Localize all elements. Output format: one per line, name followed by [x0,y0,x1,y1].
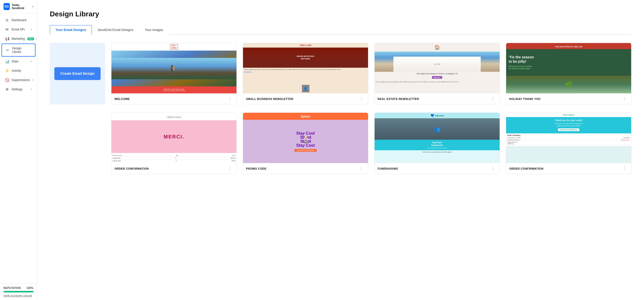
tabs-row: Your Email Designs SendGrid Email Design… [50,25,631,35]
design-info: ORDER CONFIRMATION ⋮ [506,163,631,174]
sidebar-item-activity[interactable]: ⚡ Activity [2,66,35,75]
thumbnail-footer: Welcome to the family. {{insertcustomers… [111,86,236,93]
design-name: HOLIDAY THANK YOU [509,97,541,100]
activity-icon: ⚡ [5,69,9,73]
design-thumbnail-promo: Sploot Stay Cool St🐶ol St🎧ol Stay Cool G… [243,113,368,163]
marketing-icon: 📢 [5,37,9,41]
sidebar-item-design-library[interactable]: ✂ Design Library [2,44,35,57]
thumbnail-hero: 🧗 [111,51,236,86]
sidebar-item-stats[interactable]: 📊 Stats ▾ [2,57,35,66]
design-info: PROMO CODE ⋮ [243,163,368,174]
sidebar-item-label: Dashboard [12,18,26,22]
design-name: PROMO CODE [246,167,266,170]
chevron-down-icon: ▾ [32,79,34,81]
design-info: ORDER CONFIRMATION ⋮ [111,163,236,174]
sidebar-nav: ⊙ Dashboard ✉ Email API ▾ 📢 Marketing NE… [0,13,37,283]
more-options-button[interactable]: ⋮ [490,96,497,102]
brand-name: Twilio SendGrid [12,4,30,10]
sidebar-item-dashboard[interactable]: ⊙ Dashboard [2,16,35,25]
design-name: ORDER CONFIRMATION [114,167,149,170]
sidebar-item-label: Email API [12,28,25,31]
design-card-welcome[interactable]: OFFGRID 🧗 Welcome to the family. {{inser… [111,43,237,104]
design-info: FUNDRAISING ⋮ [375,163,500,174]
thumbnail-header: OFFGRID [111,43,236,51]
design-thumbnail-order1: MERCI. brand MERCI. Product nameqtyprice… [111,113,236,163]
design-name: FUNDRAISING [378,167,398,170]
sidebar-item-label: Stats [12,60,18,63]
design-card-real-estate-newsletter[interactable]: 🏠 SU CASA See today's new listings for V… [374,43,500,104]
chevron-down-icon: ▾ [31,60,32,63]
sidebar-item-marketing[interactable]: 📢 Marketing NEW ▾ [2,34,35,43]
more-options-button[interactable]: ⋮ [621,96,628,102]
brand[interactable]: SG Twilio SendGrid ▾ [0,0,37,13]
new-badge: NEW [27,38,34,40]
create-email-design-card[interactable]: Create Email Design [50,43,105,104]
tab-sendgrid-email-designs[interactable]: SendGrid Email Designs [92,25,139,35]
more-options-button[interactable]: ⋮ [226,166,233,171]
chevron-down-icon: ▾ [31,28,32,31]
more-options-button[interactable]: ⋮ [358,166,365,171]
sidebar-footer: REPUTATION 100% VIEW ACCOUNT USAGE [0,283,37,300]
more-options-button[interactable]: ⋮ [358,96,365,102]
designs-grid-row1: Create Email Design OFFGRID 🧗 [50,43,631,104]
tab-your-email-designs[interactable]: Your Email Designs [50,25,92,35]
design-card-promo-code[interactable]: Sploot Stay Cool St🐶ol St🎧ol Stay Cool G… [243,113,368,174]
design-thumbnail-welcome: OFFGRID 🧗 Welcome to the family. {{inser… [111,43,236,93]
design-thumbnail-fundraising: 💙 big heart 👥 big heartbackpacks the tha… [375,113,500,163]
tab-your-images[interactable]: Your Images [139,25,169,35]
design-info: WELCOME ⋮ [111,93,236,104]
reputation-bar [4,291,33,292]
more-options-button[interactable]: ⋮ [490,166,497,171]
design-info: REAL ESTATE NEWSLETTER ⋮ [375,93,500,104]
sidebar-item-email-api[interactable]: ✉ Email API ▾ [2,25,35,34]
design-name: REAL ESTATE NEWSLETTER [378,97,419,100]
chevron-down-icon: ▾ [31,88,32,91]
design-card-small-business-newsletter[interactable]: Phil's Café BRAIN BOOSTING INSTAMIX [243,43,368,104]
design-thumbnail-order2: Doe's Book Thank you for your order! Now… [506,113,631,163]
design-thumbnail-realestate: 🏠 SU CASA See today's new listings for V… [375,43,500,93]
reputation-label: REPUTATION 100% [4,287,33,289]
sidebar: SG Twilio SendGrid ▾ ⊙ Dashboard ✉ Email… [0,0,37,300]
sidebar-item-label: Activity [12,69,21,72]
reputation-fill [4,291,33,292]
page-title: Design Library [50,10,631,18]
sidebar-item-label: Suppressions [12,78,30,82]
design-info: HOLIDAY THANK YOU ⋮ [506,93,631,104]
design-name: ORDER CONFIRMATION [509,167,544,170]
stats-icon: 📊 [5,59,9,63]
more-options-button[interactable]: ⋮ [621,166,628,171]
email-api-icon: ✉ [5,27,9,31]
empty-spacer [50,113,105,174]
brand-chevron-icon: ▾ [32,5,33,8]
suppressions-icon: 🚫 [5,78,9,82]
design-card-holiday-thank-you[interactable]: THE LAW OFFICE OF LEES LAW 'Tis the seas… [506,43,631,104]
sidebar-item-suppressions[interactable]: 🚫 Suppressions ▾ [2,76,35,85]
design-info: SMALL BUSINESS NEWSLETTER ⋮ [243,93,368,104]
sidebar-item-label: Marketing [12,37,25,41]
dashboard-icon: ⊙ [5,18,9,22]
sidebar-item-label: Settings [12,88,22,91]
reputation-value: 100% [26,287,33,289]
more-options-button[interactable]: ⋮ [226,96,233,102]
sidebar-item-settings[interactable]: ⚙ Settings ▾ [2,85,35,94]
sidebar-item-label: Design Library [12,47,31,54]
design-name: WELCOME [114,97,130,100]
design-library-icon: ✂ [6,48,10,52]
design-thumbnail-newsletter: Phil's Café BRAIN BOOSTING INSTAMIX [243,43,368,93]
design-card-order-confirmation-2[interactable]: Doe's Book Thank you for your order! Now… [506,113,631,174]
view-account-usage-link[interactable]: VIEW ACCOUNT USAGE [4,294,33,297]
design-card-fundraising[interactable]: 💙 big heart 👥 big heartbackpacks the tha… [374,113,500,174]
design-card-order-confirmation-1[interactable]: MERCI. brand MERCI. Product nameqtyprice… [111,113,237,174]
brand-logo: SG [4,3,10,10]
design-name: SMALL BUSINESS NEWSLETTER [246,97,293,100]
design-thumbnail-holiday: THE LAW OFFICE OF LEES LAW 'Tis the seas… [506,43,631,93]
designs-grid-row2: MERCI. brand MERCI. Product nameqtyprice… [50,113,631,174]
create-email-design-button[interactable]: Create Email Design [54,67,100,80]
settings-icon: ⚙ [5,87,9,91]
main-content: Design Library Your Email Designs SendGr… [37,0,644,300]
